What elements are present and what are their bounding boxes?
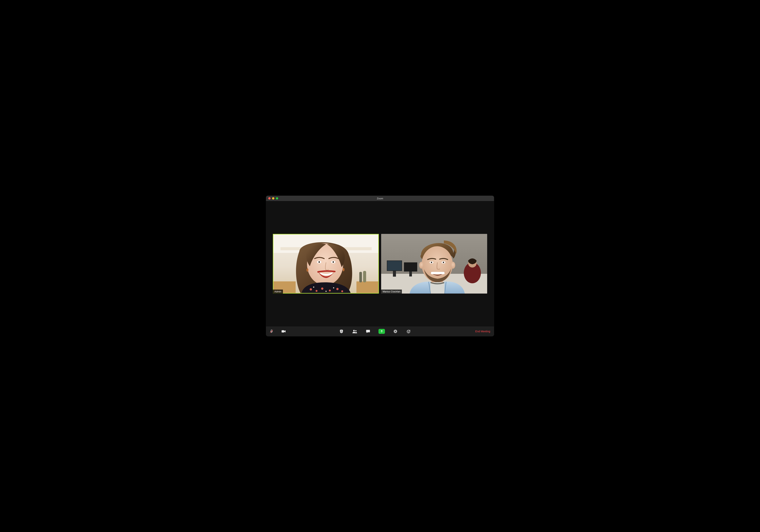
video-grid: Admin [266, 201, 494, 326]
svg-point-21 [313, 286, 314, 288]
video-tile-admin[interactable]: Admin [273, 234, 379, 294]
svg-point-48 [395, 331, 396, 332]
svg-point-12 [332, 261, 334, 263]
svg-rect-30 [409, 271, 412, 276]
video-camera-icon [281, 329, 286, 333]
svg-point-16 [315, 290, 317, 292]
video-button[interactable] [281, 328, 287, 334]
end-meeting-label: End Meeting [475, 330, 490, 333]
svg-point-36 [451, 262, 455, 269]
svg-point-50 [407, 330, 410, 333]
svg-rect-28 [393, 271, 396, 277]
participants-icon [352, 329, 357, 333]
svg-point-51 [408, 331, 408, 331]
svg-point-39 [431, 262, 432, 263]
svg-point-14 [343, 268, 345, 271]
svg-point-18 [329, 290, 331, 291]
svg-rect-27 [387, 261, 402, 270]
traffic-lights [266, 197, 278, 200]
end-meeting-button[interactable]: End Meeting [474, 328, 491, 334]
share-arrow-up-icon [380, 330, 383, 333]
microphone-muted-icon [269, 329, 274, 333]
svg-point-20 [341, 290, 343, 292]
smiley-plus-icon [406, 329, 411, 333]
svg-point-45 [353, 330, 355, 331]
share-screen-button[interactable] [378, 329, 385, 334]
video-feed-admin [273, 234, 379, 294]
svg-point-40 [443, 262, 444, 263]
svg-point-22 [325, 291, 327, 292]
window-title: Zoom [266, 197, 494, 200]
svg-point-46 [355, 330, 356, 331]
participant-name-label: Marius Ciocirlan [381, 290, 402, 294]
record-button[interactable] [393, 328, 398, 334]
svg-point-11 [318, 261, 320, 263]
svg-rect-5 [359, 272, 362, 282]
video-tile-marius[interactable]: Marius Ciocirlan [381, 234, 487, 294]
svg-point-17 [321, 287, 323, 290]
svg-point-15 [310, 288, 312, 291]
security-button[interactable] [339, 328, 344, 334]
reactions-button[interactable] [406, 328, 411, 334]
mute-button[interactable] [269, 328, 274, 334]
participant-name-label: Admin [273, 290, 283, 294]
svg-rect-6 [363, 271, 366, 282]
maximize-icon[interactable] [276, 197, 278, 200]
shield-icon [340, 329, 343, 333]
svg-rect-44 [282, 330, 284, 332]
svg-point-13 [307, 268, 309, 272]
titlebar[interactable]: Zoom [266, 196, 494, 201]
svg-point-52 [409, 331, 409, 331]
svg-rect-4 [356, 281, 379, 294]
svg-point-19 [336, 288, 339, 290]
record-icon [394, 329, 397, 333]
minimize-icon[interactable] [272, 197, 274, 200]
svg-point-23 [333, 287, 334, 288]
chat-button[interactable] [365, 328, 371, 334]
zoom-window: Zoom [266, 196, 494, 336]
participants-button[interactable] [352, 328, 357, 334]
video-feed-marius [381, 234, 487, 294]
svg-point-35 [419, 262, 424, 269]
meeting-toolbar: End Meeting [266, 326, 494, 336]
close-icon[interactable] [268, 197, 270, 200]
svg-rect-29 [404, 263, 417, 271]
svg-rect-41 [431, 272, 445, 274]
chat-bubble-icon [366, 329, 370, 333]
